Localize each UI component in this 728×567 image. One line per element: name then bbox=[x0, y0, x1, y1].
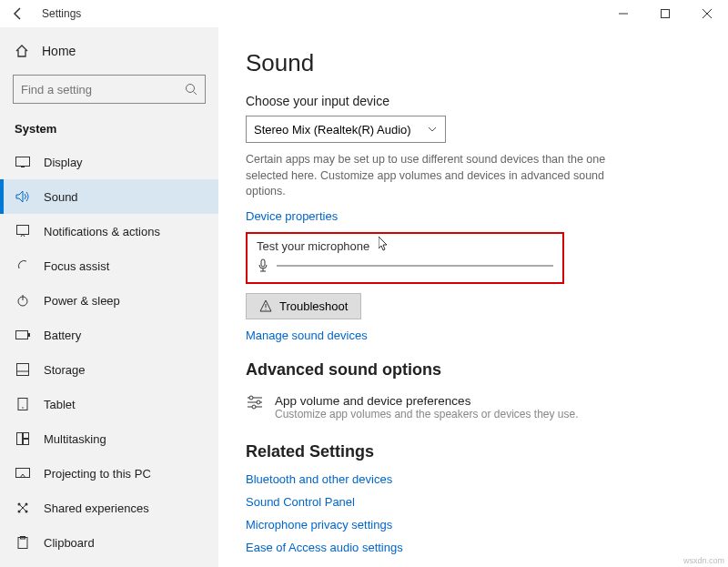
nav-label: Battery bbox=[44, 329, 81, 342]
pref-sub: Customize app volumes and the speakers o… bbox=[275, 408, 579, 420]
chevron-down-icon bbox=[427, 124, 438, 135]
nav-label: Focus assist bbox=[44, 259, 109, 273]
related-bluetooth-link[interactable]: Bluetooth and other devices bbox=[246, 472, 692, 486]
manage-sound-devices-link[interactable]: Manage sound devices bbox=[246, 329, 692, 342]
svg-rect-11 bbox=[17, 364, 29, 376]
nav-label: Tablet bbox=[44, 398, 76, 411]
warning-icon bbox=[259, 299, 272, 312]
nav-focus-assist[interactable]: Focus assist bbox=[0, 248, 218, 283]
search-box[interactable] bbox=[13, 75, 206, 104]
svg-point-14 bbox=[22, 407, 24, 409]
svg-point-21 bbox=[18, 511, 21, 513]
nav-tablet[interactable]: Tablet bbox=[0, 387, 218, 421]
test-microphone-section: Test your microphone bbox=[246, 232, 564, 284]
category-label: System bbox=[0, 116, 218, 145]
svg-rect-10 bbox=[28, 333, 30, 337]
nav-notifications[interactable]: Notifications & actions bbox=[0, 214, 218, 248]
svg-point-19 bbox=[18, 503, 21, 506]
pref-title: App volume and device preferences bbox=[275, 394, 579, 408]
nav-battery[interactable]: Battery bbox=[0, 318, 218, 352]
content-area: Sound Choose your input device Stereo Mi… bbox=[218, 27, 728, 567]
svg-rect-25 bbox=[261, 259, 265, 267]
projecting-icon bbox=[15, 465, 31, 481]
svg-rect-16 bbox=[24, 433, 29, 439]
page-title: Sound bbox=[246, 49, 692, 77]
svg-rect-15 bbox=[17, 433, 23, 445]
svg-point-20 bbox=[25, 503, 28, 506]
nav-storage[interactable]: Storage bbox=[0, 352, 218, 387]
svg-point-33 bbox=[252, 405, 256, 409]
nav-sound[interactable]: Sound bbox=[0, 179, 218, 214]
advanced-heading: Advanced sound options bbox=[246, 360, 692, 380]
clipboard-icon bbox=[15, 534, 31, 551]
app-volume-preferences[interactable]: App volume and device preferences Custom… bbox=[246, 390, 692, 424]
multitasking-icon bbox=[15, 430, 31, 447]
related-heading: Related Settings bbox=[246, 442, 692, 461]
test-microphone-label: Test your microphone bbox=[257, 239, 553, 253]
sound-icon bbox=[15, 188, 31, 205]
svg-point-2 bbox=[187, 85, 195, 93]
svg-rect-18 bbox=[16, 469, 30, 478]
nav-multitasking[interactable]: Multitasking bbox=[0, 421, 218, 456]
input-device-label: Choose your input device bbox=[246, 94, 692, 108]
search-icon bbox=[185, 83, 197, 96]
nav-label: Multitasking bbox=[44, 432, 106, 446]
watermark: wsxdn.com bbox=[683, 556, 724, 565]
focus-assist-icon bbox=[15, 258, 31, 274]
sidebar: Home System Display Sound Notifications … bbox=[0, 27, 218, 567]
nav-label: Projecting to this PC bbox=[44, 467, 151, 481]
svg-rect-17 bbox=[24, 440, 29, 445]
home-label: Home bbox=[42, 44, 76, 58]
nav-label: Power & sleep bbox=[44, 294, 120, 308]
svg-rect-1 bbox=[662, 10, 670, 18]
input-device-description: Certain apps may be set up to use differ… bbox=[246, 152, 628, 200]
back-button[interactable] bbox=[7, 3, 29, 25]
nav-shared-experiences[interactable]: Shared experiences bbox=[0, 491, 218, 525]
window-title: Settings bbox=[42, 7, 81, 20]
search-input[interactable] bbox=[21, 83, 185, 96]
battery-icon bbox=[15, 327, 31, 343]
nav-label: Clipboard bbox=[44, 536, 95, 550]
nav-label: Sound bbox=[44, 190, 78, 204]
svg-rect-4 bbox=[16, 157, 30, 167]
svg-point-22 bbox=[25, 511, 28, 513]
notifications-icon bbox=[15, 223, 31, 239]
input-device-dropdown[interactable]: Stereo Mix (Realtek(R) Audio) bbox=[246, 116, 446, 143]
related-microphone-privacy-link[interactable]: Microphone privacy settings bbox=[246, 518, 692, 532]
svg-line-3 bbox=[194, 92, 197, 96]
minimize-button[interactable] bbox=[602, 0, 644, 27]
device-properties-link[interactable]: Device properties bbox=[246, 209, 692, 223]
nav-power-sleep[interactable]: Power & sleep bbox=[0, 283, 218, 318]
nav-label: Shared experiences bbox=[44, 501, 149, 515]
display-icon bbox=[15, 154, 31, 170]
troubleshoot-label: Troubleshoot bbox=[279, 299, 348, 313]
svg-rect-6 bbox=[17, 226, 29, 235]
nav-display[interactable]: Display bbox=[0, 145, 218, 179]
power-icon bbox=[15, 292, 31, 309]
nav-label: Notifications & actions bbox=[44, 225, 160, 238]
home-nav[interactable]: Home bbox=[0, 35, 218, 67]
related-sound-control-panel-link[interactable]: Sound Control Panel bbox=[246, 495, 692, 509]
close-button[interactable] bbox=[686, 0, 728, 27]
troubleshoot-button[interactable]: Troubleshoot bbox=[246, 293, 361, 319]
nav-label: Storage bbox=[44, 363, 86, 377]
home-icon bbox=[15, 44, 29, 58]
microphone-level-bar bbox=[277, 265, 553, 267]
storage-icon bbox=[15, 361, 31, 378]
nav-clipboard[interactable]: Clipboard bbox=[0, 525, 218, 560]
svg-point-31 bbox=[257, 400, 260, 404]
shared-icon bbox=[15, 500, 31, 516]
nav-label: Display bbox=[44, 156, 83, 169]
maximize-button[interactable] bbox=[644, 0, 686, 27]
input-device-selected: Stereo Mix (Realtek(R) Audio) bbox=[254, 123, 411, 137]
nav-projecting[interactable]: Projecting to this PC bbox=[0, 456, 218, 491]
related-ease-of-access-link[interactable]: Ease of Access audio settings bbox=[246, 541, 692, 554]
microphone-icon bbox=[257, 258, 269, 273]
svg-rect-9 bbox=[16, 331, 28, 339]
sliders-icon bbox=[246, 394, 264, 410]
tablet-icon bbox=[15, 396, 31, 412]
svg-point-29 bbox=[249, 396, 253, 400]
svg-point-27 bbox=[265, 309, 266, 309]
